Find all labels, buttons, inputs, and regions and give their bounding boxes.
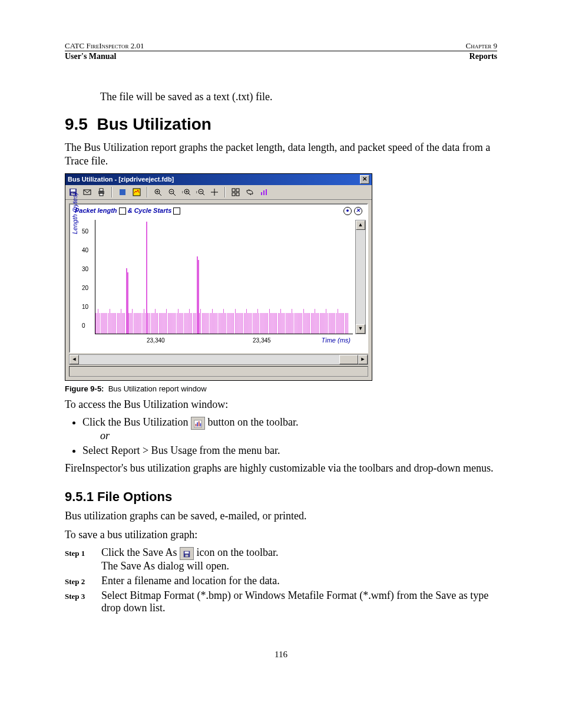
svg-line-10 — [159, 193, 161, 196]
bullet-click-button: Click the Bus Utilization button on the … — [82, 416, 497, 442]
ytick: 20 — [82, 285, 88, 291]
svg-text:I: I — [196, 190, 197, 194]
bus-utilization-icon — [191, 417, 205, 430]
close-icon[interactable]: ✕ — [360, 175, 369, 184]
sync-icon[interactable] — [244, 187, 255, 197]
svg-rect-5 — [100, 189, 103, 191]
step-label: Step 3 — [65, 592, 101, 614]
x-axis-label: Time (ms) — [322, 337, 351, 344]
or-text: or — [100, 430, 497, 442]
file-options-p1: Bus utilization graphs can be saved, e-m… — [65, 509, 497, 523]
save-as-icon — [180, 547, 194, 560]
horizontal-scrollbar[interactable]: ◄ ► — [69, 354, 368, 365]
svg-rect-41 — [185, 555, 188, 557]
record-icon[interactable]: ● — [343, 207, 352, 215]
svg-rect-35 — [196, 424, 197, 426]
header-left-bottom: User's Manual — [65, 52, 117, 61]
svg-rect-30 — [236, 193, 239, 196]
svg-rect-6 — [100, 193, 103, 196]
step-label: Step 1 — [65, 549, 101, 572]
tile-icon[interactable] — [230, 187, 241, 197]
status-bar — [69, 366, 368, 377]
svg-text:I: I — [182, 190, 183, 194]
scroll-thumb[interactable] — [339, 355, 358, 364]
step-row: Step 1 Click the Save As icon on the too… — [65, 546, 497, 572]
header-right-bottom: Reports — [470, 52, 497, 61]
bar-chart-icon[interactable] — [259, 187, 269, 197]
plot-area — [95, 220, 353, 334]
access-heading: To access the Bus Utilization window: — [65, 398, 497, 411]
chart-tool-icon[interactable] — [131, 187, 142, 197]
page-number: 116 — [65, 650, 497, 660]
svg-rect-36 — [197, 422, 198, 426]
running-header-bottom: User's Manual Reports — [65, 51, 497, 61]
ytick: 50 — [82, 228, 88, 235]
close-graph-icon[interactable]: ✕ — [354, 207, 362, 215]
svg-rect-7 — [120, 189, 125, 195]
svg-rect-29 — [232, 193, 235, 196]
y-axis-label: Length (bytes) — [71, 192, 78, 233]
figure-window: Bus Utilization - [zipdriveeject.fdb] ✕ … — [65, 173, 497, 381]
crosshair-icon[interactable] — [209, 187, 220, 197]
svg-line-14 — [173, 193, 176, 196]
svg-line-23 — [203, 193, 204, 195]
ytick: 30 — [82, 266, 88, 272]
xtick: 23,340 — [147, 337, 165, 344]
vertical-scrollbar[interactable]: ▲ ▼ — [355, 220, 366, 334]
zoom-in-icon[interactable] — [153, 187, 163, 197]
ytick: 0 — [82, 322, 85, 329]
email-icon[interactable] — [82, 187, 92, 197]
zoom-x-out-icon[interactable]: I — [195, 187, 206, 197]
legend-swatch-2 — [173, 207, 180, 215]
figure-caption: Figure 9-5: Bus Utilization report windo… — [65, 384, 497, 393]
scroll-up-icon[interactable]: ▲ — [356, 220, 365, 230]
print-icon[interactable] — [96, 187, 107, 197]
svg-rect-31 — [261, 192, 262, 195]
svg-rect-1 — [71, 189, 75, 192]
toolbar: I I — [65, 185, 372, 200]
running-header-top: CATC FireInspector 2.01 Chapter 9 — [65, 41, 497, 51]
intro-text: The file will be saved as a text (.txt) … — [100, 91, 497, 103]
scroll-left-icon[interactable]: ◄ — [70, 355, 79, 364]
step-row: Step 3 Select Bitmap Format (*.bmp) or W… — [65, 589, 497, 614]
ytick: 10 — [82, 304, 88, 310]
svg-rect-28 — [236, 189, 239, 192]
svg-rect-40 — [185, 552, 189, 554]
header-right-top: Chapter 9 — [466, 41, 497, 51]
svg-line-18 — [189, 193, 190, 195]
window-titlebar[interactable]: Bus Utilization - [zipdriveeject.fdb] ✕ — [65, 174, 372, 185]
svg-rect-38 — [200, 423, 201, 426]
zoom-x-in-icon[interactable]: I — [181, 187, 191, 197]
graph-title: Packet length & Cycle Starts ● ✕ — [70, 205, 367, 218]
file-options-p2: To save a bus utilization graph: — [65, 528, 497, 542]
section-paragraph: The Bus Utilization report graphs the pa… — [65, 141, 497, 169]
svg-rect-33 — [266, 189, 267, 195]
window-title: Bus Utilization - [zipdriveeject.fdb] — [68, 176, 174, 183]
bullet-menu-path: Select Report > Bus Usage from the menu … — [82, 444, 497, 457]
customizable-paragraph: FireInspector's bus utilization graphs a… — [65, 462, 497, 475]
subsection-heading: 9.5.1 File Options — [65, 489, 497, 505]
legend-swatch-1 — [119, 207, 126, 215]
svg-rect-32 — [263, 190, 265, 195]
graph-panel: Packet length & Cycle Starts ● ✕ Length … — [69, 203, 368, 353]
stop-icon[interactable] — [117, 187, 128, 197]
svg-rect-27 — [232, 189, 235, 192]
xtick: 23,345 — [253, 337, 271, 344]
header-left-top: CATC FireInspector 2.01 — [65, 41, 144, 51]
scroll-down-icon[interactable]: ▼ — [356, 324, 365, 334]
step-label: Step 2 — [65, 577, 101, 587]
zoom-out-icon[interactable] — [167, 187, 177, 197]
scroll-right-icon[interactable]: ► — [358, 355, 368, 364]
svg-rect-37 — [199, 421, 200, 427]
ytick: 40 — [82, 247, 88, 253]
step-row: Step 2 Enter a filename and location for… — [65, 575, 497, 587]
section-heading: 9.5 Bus Utilization — [65, 115, 497, 134]
